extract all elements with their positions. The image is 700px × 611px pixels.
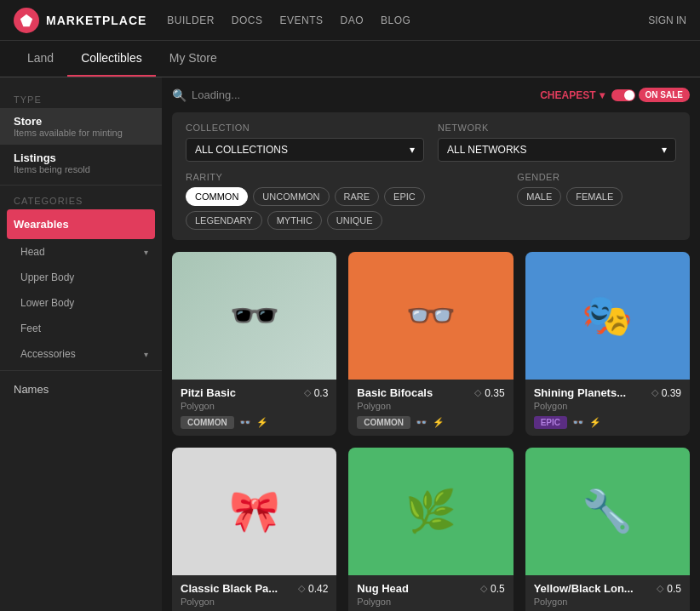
network-chevron-icon: ▾: [662, 144, 667, 156]
network-value: ALL NETWORKS: [447, 144, 527, 156]
filter-collection: COLLECTION ALL COLLECTIONS ▾: [186, 123, 424, 162]
nav-events[interactable]: EVENTS: [280, 14, 324, 26]
wand-icon-1[interactable]: ⚡: [433, 417, 445, 428]
card-tags-2: EPIC 👓 ⚡: [534, 416, 681, 429]
rarity-tag-rare[interactable]: RARE: [335, 187, 380, 206]
sidebar: TYPE Store Items available for minting L…: [0, 77, 162, 611]
nav-dao[interactable]: DAO: [341, 14, 364, 26]
card-price-value-4: 0.5: [491, 583, 505, 595]
card-network-3: Polygon: [181, 597, 328, 607]
nav-docs[interactable]: DOCS: [232, 14, 263, 26]
card-info-3: Classic Black Pa... ◇ 0.42 Polygon COMMO…: [172, 575, 336, 611]
card-image-4: 🌿: [348, 448, 513, 575]
on-sale-toggle-track[interactable]: [611, 89, 635, 101]
rarity-tag-legendary[interactable]: LEGENDARY: [186, 211, 262, 230]
gender-tag-male[interactable]: MALE: [517, 187, 561, 206]
card-network-1: Polygon: [357, 401, 504, 411]
rarity-tag-mythic[interactable]: MYTHIC: [267, 211, 322, 230]
card-tags-0: COMMON 👓 ⚡: [181, 416, 328, 429]
store-sub: Items available for minting: [14, 128, 148, 138]
rarity-label: RARITY: [186, 172, 503, 182]
main-layout: TYPE Store Items available for minting L…: [0, 77, 700, 611]
sort-chevron-icon: ▾: [600, 89, 605, 101]
collection-select[interactable]: ALL COLLECTIONS ▾: [186, 138, 424, 162]
filter-network: NETWORK ALL NETWORKS ▾: [438, 123, 676, 162]
on-sale-toggle-knob: [624, 90, 634, 100]
card-name-3: Classic Black Pa...: [181, 582, 278, 595]
rarity-tag-unique[interactable]: UNIQUE: [327, 211, 382, 230]
sidebar-sub-head[interactable]: Head ▾: [0, 239, 162, 265]
card-basic-bifocals[interactable]: 👓 Basic Bifocals ◇ 0.35 Polygon COMMON 👓…: [348, 252, 513, 436]
glasses-icon-0[interactable]: 👓: [239, 417, 251, 428]
secondary-nav: Land Collectibles My Store: [0, 41, 700, 77]
sidebar-sub-feet[interactable]: Feet: [0, 316, 162, 341]
search-sort-bar: 🔍 Loading... CHEAPEST ▾ ON SALE: [172, 88, 690, 102]
filter-row-rarity-gender: RARITY COMMON UNCOMMON RARE EPIC LEGENDA…: [186, 172, 676, 230]
card-rarity-0: COMMON: [181, 416, 234, 429]
card-nug-head[interactable]: 🌿 Nug Head ◇ 0.5 Polygon COMMON 👓 ⚡: [348, 448, 513, 611]
gender-tag-female[interactable]: FEMALE: [566, 187, 623, 206]
card-title-row-1: Basic Bifocals ◇ 0.35: [357, 386, 504, 399]
card-pitzi-basic[interactable]: 🕶️ Pitzi Basic ◇ 0.3 Polygon COMMON 👓 ⚡: [172, 252, 336, 436]
card-image-3: 🎀: [172, 448, 336, 575]
diamond-icon-3: ◇: [298, 583, 305, 594]
card-network-0: Polygon: [181, 401, 328, 411]
sidebar-sub-accessories[interactable]: Accessories ▾: [0, 341, 162, 367]
diamond-icon-2: ◇: [651, 387, 658, 398]
sidebar-type-store[interactable]: Store Items available for minting: [0, 108, 162, 145]
sidebar-type-listings[interactable]: Listings Items being resold: [0, 145, 162, 181]
card-price-0: ◇ 0.3: [304, 387, 329, 399]
diamond-icon-0: ◇: [304, 387, 311, 398]
rarity-tag-common[interactable]: COMMON: [186, 187, 248, 206]
head-label: Head: [20, 246, 45, 258]
gender-label: GENDER: [517, 172, 676, 182]
tab-land[interactable]: Land: [14, 41, 67, 77]
wand-icon-0[interactable]: ⚡: [256, 417, 268, 428]
card-title-row-3: Classic Black Pa... ◇ 0.42: [181, 582, 328, 595]
card-title-row-4: Nug Head ◇ 0.5: [357, 582, 504, 595]
filter-gender: GENDER MALE FEMALE: [517, 172, 676, 206]
card-yellow-black[interactable]: 🔧 Yellow/Black Lon... ◇ 0.5 Polygon COMM…: [525, 448, 690, 611]
card-price-5: ◇ 0.5: [657, 583, 681, 595]
card-info-5: Yellow/Black Lon... ◇ 0.5 Polygon COMMON…: [525, 575, 690, 611]
nav-blog[interactable]: BLOG: [381, 14, 410, 26]
tab-my-store[interactable]: My Store: [156, 41, 231, 77]
lower-body-label: Lower Body: [20, 297, 74, 309]
sort-label-text: CHEAPEST: [540, 89, 595, 101]
card-title-row-0: Pitzi Basic ◇ 0.3: [181, 386, 328, 399]
tab-collectibles[interactable]: Collectibles: [67, 41, 156, 77]
sort-button[interactable]: CHEAPEST ▾: [540, 89, 604, 101]
glasses-icon-2[interactable]: 👓: [572, 417, 584, 428]
sidebar-sub-upper-body[interactable]: Upper Body: [0, 265, 162, 290]
sign-in-button[interactable]: SIGN IN: [648, 14, 686, 26]
sidebar-sub-lower-body[interactable]: Lower Body: [0, 290, 162, 316]
upper-body-label: Upper Body: [20, 271, 74, 283]
card-shining-planets[interactable]: 🎭 Shining Planets... ◇ 0.39 Polygon EPIC…: [525, 252, 690, 436]
card-name-4: Nug Head: [357, 582, 409, 595]
card-info-4: Nug Head ◇ 0.5 Polygon COMMON 👓 ⚡: [348, 575, 513, 611]
card-info-2: Shining Planets... ◇ 0.39 Polygon EPIC 👓…: [525, 380, 690, 436]
card-price-4: ◇ 0.5: [480, 583, 505, 595]
on-sale-toggle[interactable]: ON SALE: [611, 88, 690, 102]
card-price-2: ◇ 0.39: [651, 387, 681, 399]
cards-grid: 🕶️ Pitzi Basic ◇ 0.3 Polygon COMMON 👓 ⚡: [172, 252, 690, 611]
nav-builder[interactable]: BUILDER: [167, 14, 215, 26]
rarity-tag-uncommon[interactable]: UNCOMMON: [253, 187, 329, 206]
nav-links: BUILDER DOCS EVENTS DAO BLOG: [167, 14, 410, 26]
card-classic-black[interactable]: 🎀 Classic Black Pa... ◇ 0.42 Polygon COM…: [172, 448, 336, 611]
sidebar-cat-wearables[interactable]: Wearables: [7, 209, 155, 239]
glasses-icon-1[interactable]: 👓: [416, 417, 427, 428]
listings-sub: Items being resold: [14, 164, 148, 174]
sidebar-names[interactable]: Names: [0, 374, 162, 404]
wand-icon-2[interactable]: ⚡: [589, 417, 601, 428]
on-sale-badge: ON SALE: [639, 88, 690, 102]
feet-label: Feet: [20, 323, 41, 334]
rarity-tag-epic[interactable]: EPIC: [384, 187, 425, 206]
card-name-1: Basic Bifocals: [357, 386, 433, 399]
card-price-value-3: 0.42: [308, 583, 328, 595]
network-select[interactable]: ALL NETWORKS ▾: [438, 138, 676, 162]
sidebar-divider-2: [0, 370, 162, 371]
card-image-2: 🎭: [525, 252, 690, 380]
accessories-chevron: ▾: [144, 350, 148, 359]
rarity-tags: COMMON UNCOMMON RARE EPIC LEGENDARY MYTH…: [186, 187, 503, 230]
